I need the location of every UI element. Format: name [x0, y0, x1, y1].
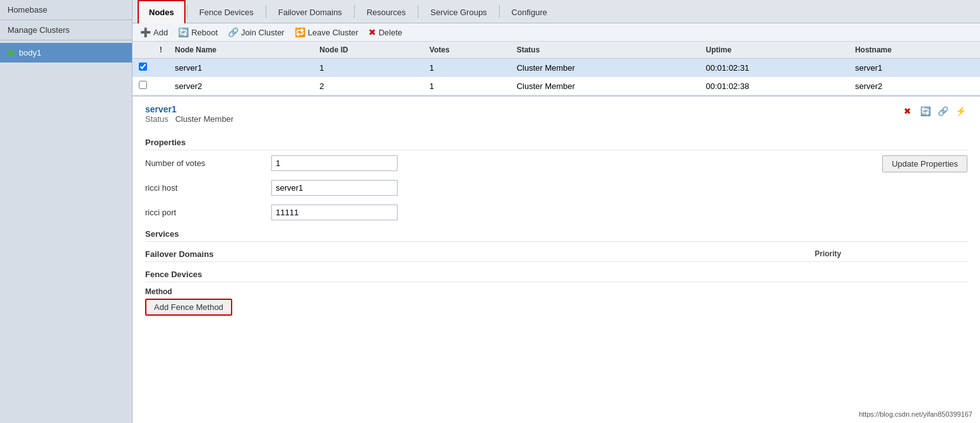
row2-id: 2 — [313, 77, 423, 95]
add-button[interactable]: ➕ Add — [140, 27, 168, 37]
row1-votes: 1 — [423, 59, 511, 77]
detail-title[interactable]: server1 — [145, 104, 233, 114]
detail-action-icons: ✖ 🔄 🔗 ⚡ — [900, 104, 967, 118]
detail-link-icon[interactable]: 🔗 — [936, 104, 950, 118]
failover-label: Failover Domains — [145, 249, 213, 259]
ricci-port-label: ricci port — [145, 208, 271, 217]
table-row[interactable]: server1 1 1 Cluster Member 00:01:02:31 s… — [133, 59, 980, 77]
row2-hostname: server2 — [849, 77, 980, 95]
detail-status-value: Cluster Member — [175, 114, 233, 124]
tab-divider-2 — [266, 5, 266, 18]
node-table-container: ! Node Name Node ID Votes Status Uptime … — [133, 42, 980, 95]
tab-fence-devices[interactable]: Fence Devices — [189, 1, 264, 23]
tab-service-groups[interactable]: Service Groups — [420, 1, 498, 23]
add-icon: ➕ — [140, 27, 151, 37]
reboot-icon: 🔄 — [178, 27, 189, 37]
fence-title-label: Fence Devices — [145, 270, 202, 279]
row2-checkbox[interactable] — [139, 81, 147, 89]
row2-status: Cluster Member — [511, 77, 700, 95]
tab-divider-3 — [354, 5, 355, 18]
cluster-name-label: body1 — [19, 48, 41, 57]
tab-failover-domains[interactable]: Failover Domains — [268, 1, 353, 23]
nodes-toolbar: ➕ Add 🔄 Reboot 🔗 Join Cluster 🔁 Leave Cl… — [133, 23, 980, 42]
col-checkbox — [133, 42, 153, 59]
add-label: Add — [153, 28, 168, 37]
cluster-status-dot — [8, 50, 14, 56]
node-table: ! Node Name Node ID Votes Status Uptime … — [133, 42, 980, 95]
sidebar-homebase[interactable]: Homebase — [0, 0, 132, 20]
main-content: Nodes Fence Devices Failover Domains Res… — [133, 0, 980, 423]
row2-name: server2 — [168, 77, 313, 95]
col-node-id: Node ID — [313, 42, 423, 59]
reboot-button[interactable]: 🔄 Reboot — [178, 27, 218, 37]
fence-section-title: Fence Devices — [145, 270, 967, 282]
tab-resources[interactable]: Resources — [356, 1, 416, 23]
delete-label: Delete — [379, 28, 403, 37]
tab-configure[interactable]: Configure — [501, 1, 558, 23]
row1-hostname: server1 — [849, 59, 980, 77]
row1-uptime: 00:01:02:31 — [700, 59, 849, 77]
sidebar: Homebase Manage Clusters body1 — [0, 0, 133, 423]
col-status: Status — [511, 42, 700, 59]
ricci-host-input[interactable] — [271, 180, 398, 196]
reboot-label: Reboot — [191, 28, 218, 37]
detail-panel: server1 Status Cluster Member ✖ 🔄 🔗 ⚡ Pr… — [133, 95, 980, 423]
join-cluster-icon: 🔗 — [228, 27, 239, 37]
ricci-port-input[interactable] — [271, 205, 398, 220]
sidebar-cluster-item[interactable]: body1 — [0, 43, 132, 63]
votes-label: Number of votes — [145, 158, 271, 168]
join-cluster-button[interactable]: 🔗 Join Cluster — [228, 27, 285, 37]
ricci-host-label: ricci host — [145, 183, 271, 193]
votes-input[interactable] — [271, 155, 398, 171]
detail-node-info: server1 Status Cluster Member — [145, 104, 233, 130]
detail-delete-icon[interactable]: ✖ — [900, 104, 914, 118]
table-row[interactable]: server2 2 1 Cluster Member 00:01:02:38 s… — [133, 77, 980, 95]
detail-refresh-icon[interactable]: 🔄 — [918, 104, 932, 118]
leave-cluster-icon: 🔁 — [295, 27, 305, 37]
col-hostname: Hostname — [849, 42, 980, 59]
fence-devices-section: Fence Devices Method Add Fence Method — [145, 270, 967, 316]
sidebar-manage-clusters[interactable]: Manage Clusters — [0, 20, 132, 40]
update-properties-button[interactable]: Update Properties — [882, 155, 967, 172]
join-cluster-label: Join Cluster — [241, 28, 285, 37]
row1-checkbox[interactable] — [139, 63, 147, 71]
row2-excl — [153, 77, 168, 95]
homebase-label: Homebase — [8, 5, 47, 15]
leave-cluster-button[interactable]: 🔁 Leave Cluster — [295, 27, 358, 37]
tab-divider-5 — [499, 5, 500, 18]
row2-votes: 1 — [423, 77, 511, 95]
ricci-port-row: ricci port — [145, 205, 967, 220]
row1-excl — [153, 59, 168, 77]
col-uptime: Uptime — [700, 42, 849, 59]
row2-uptime: 00:01:02:38 — [700, 77, 849, 95]
votes-row: Number of votes — [145, 155, 882, 171]
detail-status-row: Status Cluster Member — [145, 114, 233, 124]
tab-nodes[interactable]: Nodes — [138, 0, 186, 23]
delete-icon: ✖ — [369, 27, 376, 37]
ricci-host-row: ricci host — [145, 180, 967, 196]
col-node-name: Node Name — [168, 42, 313, 59]
properties-label: Properties — [145, 138, 186, 147]
detail-status-label: Status — [145, 114, 168, 124]
manage-clusters-label: Manage Clusters — [8, 25, 69, 35]
add-fence-method-button[interactable]: Add Fence Method — [145, 299, 232, 316]
row1-status: Cluster Member — [511, 59, 700, 77]
fence-method-label: Method — [145, 287, 967, 296]
row1-name: server1 — [168, 59, 313, 77]
services-label: Services — [145, 229, 179, 239]
col-votes: Votes — [423, 42, 511, 59]
detail-power-icon[interactable]: ⚡ — [953, 104, 967, 118]
col-excl: ! — [153, 42, 168, 59]
tab-divider-4 — [418, 5, 418, 18]
delete-button[interactable]: ✖ Delete — [369, 27, 403, 37]
failover-section-title: Failover Domains Priority — [145, 249, 967, 262]
properties-section-title: Properties — [145, 138, 967, 150]
leave-cluster-label: Leave Cluster — [308, 28, 358, 37]
row1-id: 1 — [313, 59, 423, 77]
services-section-title: Services — [145, 229, 967, 242]
tab-divider-1 — [187, 5, 187, 18]
tab-bar: Nodes Fence Devices Failover Domains Res… — [133, 0, 980, 23]
priority-label: Priority — [815, 249, 967, 258]
detail-header: server1 Status Cluster Member ✖ 🔄 🔗 ⚡ — [145, 104, 967, 130]
